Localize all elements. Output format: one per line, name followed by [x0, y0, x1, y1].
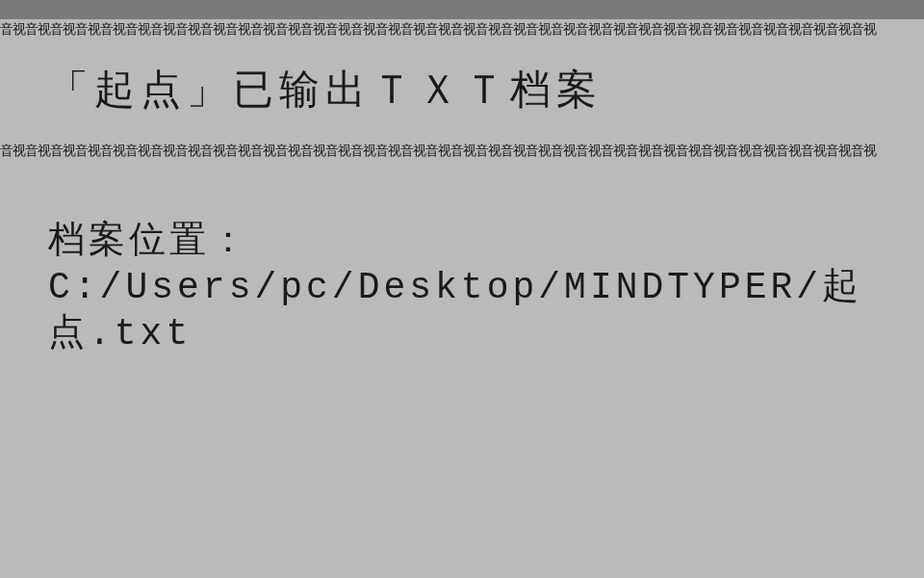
window-titlebar	[0, 0, 924, 19]
separator-top: 音视音视音视音视音视音视音视音视音视音视音视音视音视音视音视音视音视音视音视音视…	[0, 19, 924, 39]
body-section: 档案位置： C:/Users/pc/Desktop/MINDTYPER/起点.t…	[0, 160, 924, 356]
separator-bottom: 音视音视音视音视音视音视音视音视音视音视音视音视音视音视音视音视音视音视音视音视…	[0, 141, 924, 160]
export-title: 「起点」已输出ＴＸＴ档案	[48, 63, 876, 117]
title-row: 「起点」已输出ＴＸＴ档案	[0, 39, 924, 141]
file-path: C:/Users/pc/Desktop/MINDTYPER/起点.txt	[48, 265, 876, 356]
file-location-label: 档案位置：	[48, 218, 876, 265]
